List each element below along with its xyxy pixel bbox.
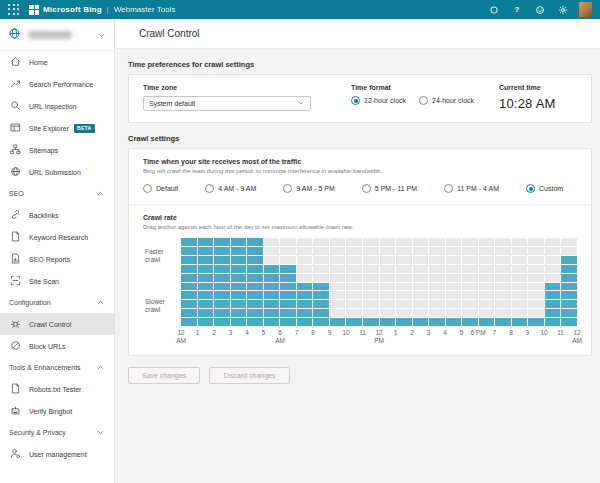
crawl-rate-cell-empty[interactable]	[297, 265, 313, 273]
crawl-rate-cell-empty[interactable]	[446, 265, 462, 273]
crawl-rate-cell-empty[interactable]	[413, 291, 429, 299]
crawl-rate-cell-empty[interactable]	[380, 309, 396, 317]
crawl-rate-cell-filled[interactable]	[297, 291, 313, 299]
crawl-rate-cell-empty[interactable]	[479, 274, 495, 282]
crawl-rate-cell-empty[interactable]	[313, 238, 329, 246]
crawl-rate-cell-filled[interactable]	[462, 318, 478, 326]
crawl-rate-cell-empty[interactable]	[413, 238, 429, 246]
crawl-rate-cell-empty[interactable]	[462, 274, 478, 282]
crawl-rate-cell-empty[interactable]	[545, 265, 561, 273]
crawl-rate-cell-filled[interactable]	[280, 300, 296, 308]
crawl-rate-cell-filled[interactable]	[346, 318, 362, 326]
crawl-rate-cell-empty[interactable]	[346, 247, 362, 255]
sidebar-item-backlinks[interactable]: Backlinks	[0, 204, 114, 226]
crawl-rate-cell-filled[interactable]	[545, 300, 561, 308]
crawl-rate-cell-filled[interactable]	[198, 283, 214, 291]
crawl-rate-cell-empty[interactable]	[479, 247, 495, 255]
crawl-rate-cell-empty[interactable]	[330, 300, 346, 308]
waffle-menu-icon[interactable]	[8, 4, 20, 16]
crawl-rate-cell-empty[interactable]	[479, 300, 495, 308]
sidebar-item-verify-bingbot[interactable]: Verify Bingbot	[0, 400, 114, 422]
crawl-rate-cell-empty[interactable]	[297, 238, 313, 246]
crawl-rate-cell-empty[interactable]	[313, 274, 329, 282]
sidebar-section-tools-enhancements[interactable]: Tools & Enhancements	[0, 357, 114, 378]
crawl-rate-cell-empty[interactable]	[495, 265, 511, 273]
crawl-rate-cell-filled[interactable]	[561, 309, 577, 317]
crawl-rate-cell-empty[interactable]	[528, 247, 544, 255]
sidebar-item-search-performance[interactable]: Search Performance	[0, 73, 114, 95]
crawl-rate-cell-filled[interactable]	[181, 309, 197, 317]
crawl-rate-cell-empty[interactable]	[396, 309, 412, 317]
crawl-rate-cell-empty[interactable]	[330, 274, 346, 282]
crawl-rate-cell-filled[interactable]	[495, 318, 511, 326]
crawl-rate-cell-filled[interactable]	[181, 247, 197, 255]
crawl-rate-cell-filled[interactable]	[429, 318, 445, 326]
crawl-rate-cell-filled[interactable]	[247, 283, 263, 291]
crawl-rate-cell-filled[interactable]	[214, 256, 230, 264]
save-changes-button[interactable]: Save changes	[128, 367, 200, 384]
crawl-rate-cell-filled[interactable]	[231, 274, 247, 282]
crawl-rate-cell-filled[interactable]	[561, 256, 577, 264]
sidebar-item-url-inspection[interactable]: URL Inspection	[0, 95, 114, 117]
crawl-rate-cell-empty[interactable]	[446, 247, 462, 255]
crawl-rate-cell-filled[interactable]	[181, 283, 197, 291]
crawl-rate-cell-empty[interactable]	[380, 256, 396, 264]
crawl-rate-cell-filled[interactable]	[198, 238, 214, 246]
sidebar-item-sitemaps[interactable]: Sitemaps	[0, 139, 114, 161]
crawl-rate-cell-empty[interactable]	[429, 247, 445, 255]
crawl-rate-cell-empty[interactable]	[512, 256, 528, 264]
crawl-rate-cell-filled[interactable]	[528, 318, 544, 326]
crawl-rate-cell-filled[interactable]	[214, 300, 230, 308]
crawl-rate-cell-filled[interactable]	[330, 318, 346, 326]
crawl-rate-cell-empty[interactable]	[396, 238, 412, 246]
crawl-rate-cell-filled[interactable]	[247, 247, 263, 255]
traffic-time-radio-5-pm-11-pm[interactable]: 5 PM - 11 PM	[362, 184, 417, 193]
traffic-time-radio-11-pm-4-am[interactable]: 11 PM - 4 AM	[444, 184, 499, 193]
crawl-rate-cell-empty[interactable]	[495, 300, 511, 308]
user-avatar[interactable]	[579, 2, 592, 17]
crawl-rate-cell-filled[interactable]	[561, 274, 577, 282]
crawl-rate-cell-empty[interactable]	[495, 291, 511, 299]
crawl-rate-cell-filled[interactable]	[264, 265, 280, 273]
sidebar-item-home[interactable]: Home	[0, 51, 114, 73]
crawl-rate-cell-empty[interactable]	[346, 300, 362, 308]
crawl-rate-cell-empty[interactable]	[346, 291, 362, 299]
crawl-rate-cell-filled[interactable]	[313, 309, 329, 317]
crawl-rate-cell-filled[interactable]	[231, 247, 247, 255]
crawl-rate-cell-empty[interactable]	[429, 283, 445, 291]
crawl-rate-cell-empty[interactable]	[280, 247, 296, 255]
crawl-rate-cell-filled[interactable]	[280, 309, 296, 317]
crawl-rate-cell-filled[interactable]	[214, 238, 230, 246]
crawl-rate-cell-empty[interactable]	[561, 238, 577, 246]
crawl-rate-cell-filled[interactable]	[247, 265, 263, 273]
crawl-rate-cell-filled[interactable]	[214, 265, 230, 273]
crawl-rate-cell-filled[interactable]	[313, 283, 329, 291]
crawl-rate-cell-empty[interactable]	[346, 309, 362, 317]
crawl-rate-cell-filled[interactable]	[363, 318, 379, 326]
crawl-rate-cell-empty[interactable]	[446, 256, 462, 264]
crawl-rate-cell-empty[interactable]	[479, 309, 495, 317]
crawl-rate-cell-empty[interactable]	[396, 291, 412, 299]
crawl-rate-cell-empty[interactable]	[429, 309, 445, 317]
crawl-rate-cell-filled[interactable]	[247, 300, 263, 308]
crawl-rate-cell-filled[interactable]	[231, 256, 247, 264]
crawl-rate-cell-empty[interactable]	[545, 238, 561, 246]
crawl-rate-cell-empty[interactable]	[346, 238, 362, 246]
crawl-rate-cell-empty[interactable]	[413, 309, 429, 317]
crawl-rate-cell-filled[interactable]	[446, 318, 462, 326]
crawl-rate-cell-empty[interactable]	[330, 256, 346, 264]
crawl-rate-cell-filled[interactable]	[247, 318, 263, 326]
crawl-rate-cell-filled[interactable]	[231, 300, 247, 308]
crawl-rate-cell-filled[interactable]	[231, 265, 247, 273]
crawl-rate-cell-filled[interactable]	[313, 318, 329, 326]
crawl-rate-cell-empty[interactable]	[528, 274, 544, 282]
crawl-rate-cell-filled[interactable]	[313, 300, 329, 308]
crawl-rate-cell-empty[interactable]	[429, 274, 445, 282]
crawl-rate-cell-filled[interactable]	[561, 318, 577, 326]
crawl-rate-cell-empty[interactable]	[413, 300, 429, 308]
crawl-rate-cell-empty[interactable]	[479, 256, 495, 264]
crawl-rate-cell-filled[interactable]	[545, 291, 561, 299]
crawl-rate-cell-filled[interactable]	[247, 291, 263, 299]
crawl-rate-cell-filled[interactable]	[198, 300, 214, 308]
crawl-rate-cell-filled[interactable]	[214, 318, 230, 326]
